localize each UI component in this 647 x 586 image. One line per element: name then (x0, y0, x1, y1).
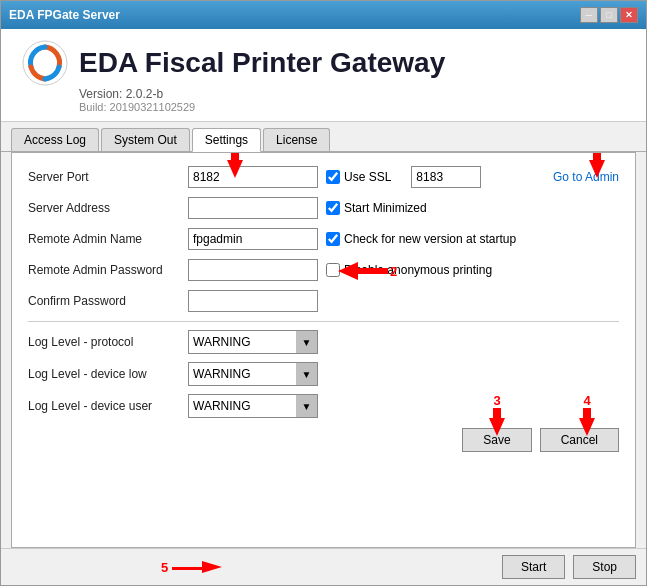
tab-settings[interactable]: Settings (192, 128, 261, 152)
log-protocol-select[interactable]: WARNING DEBUG INFO ERROR (188, 330, 318, 354)
server-address-label: Server Address (28, 201, 188, 215)
check-version-checkbox[interactable] (326, 232, 340, 246)
start-minimized-option: Start Minimized (326, 201, 427, 215)
server-port-label: Server Port (28, 170, 188, 184)
save-button[interactable]: Save (462, 428, 531, 452)
remote-admin-name-label: Remote Admin Name (28, 232, 188, 246)
app-logo (21, 39, 69, 87)
log-device-low-select[interactable]: WARNING DEBUG INFO ERROR (188, 362, 318, 386)
start-minimized-checkbox[interactable] (326, 201, 340, 215)
main-window: EDA FPGate Server ─ □ ✕ EDA Fiscal Print… (0, 0, 647, 586)
build-label: Build: 20190321102529 (79, 101, 195, 113)
remote-admin-name-row: Remote Admin Name Check for new version … (28, 227, 619, 251)
close-button[interactable]: ✕ (620, 7, 638, 23)
confirm-password-row: Confirm Password (28, 289, 619, 313)
divider (28, 321, 619, 322)
settings-content: Server Port Use SSL Go to Admin 1 6 (11, 152, 636, 548)
use-ssl-option: Use SSL (326, 170, 391, 184)
server-port-row: Server Port Use SSL Go to Admin 1 6 (28, 165, 619, 189)
ssl-options: Use SSL (326, 166, 481, 188)
log-device-low-row: Log Level - device low WARNING DEBUG INF… (28, 362, 619, 386)
check-version-label: Check for new version at startup (344, 232, 516, 246)
action-buttons-row: 3 4 Save Cancel (28, 428, 619, 452)
annotation-5: 5 (161, 556, 222, 578)
server-port-input[interactable] (188, 166, 318, 188)
header-area: EDA Fiscal Printer Gateway Version: 2.0.… (1, 29, 646, 122)
disable-anonymous-option: Disable anonymous printing (326, 263, 492, 277)
svg-marker-6 (172, 561, 222, 573)
tab-access-log[interactable]: Access Log (11, 128, 99, 151)
ssl-port-input[interactable] (411, 166, 481, 188)
log-protocol-row: Log Level - protocol WARNING DEBUG INFO … (28, 330, 619, 354)
log-device-user-label: Log Level - device user (28, 399, 188, 413)
use-ssl-checkbox[interactable] (326, 170, 340, 184)
version-label: Version: 2.0.2-b (79, 87, 163, 101)
check-version-option: Check for new version at startup (326, 232, 516, 246)
confirm-password-input[interactable] (188, 290, 318, 312)
start-minimized-label: Start Minimized (344, 201, 427, 215)
log-device-user-select-wrapper: WARNING DEBUG INFO ERROR ▼ (188, 394, 318, 418)
tab-system-out[interactable]: System Out (101, 128, 190, 151)
log-device-user-row: Log Level - device user WARNING DEBUG IN… (28, 394, 619, 418)
maximize-button[interactable]: □ (600, 7, 618, 23)
remote-admin-password-label: Remote Admin Password (28, 263, 188, 277)
title-bar: EDA FPGate Server ─ □ ✕ (1, 1, 646, 29)
remote-admin-password-row: Remote Admin Password 2 Disable anonymou… (28, 258, 619, 282)
minimize-button[interactable]: ─ (580, 7, 598, 23)
disable-anonymous-options: Disable anonymous printing (326, 263, 492, 277)
disable-anonymous-label: Disable anonymous printing (344, 263, 492, 277)
start-minimized-options: Start Minimized (326, 201, 427, 215)
go-to-admin-link[interactable]: Go to Admin (533, 170, 619, 184)
app-title: EDA Fiscal Printer Gateway (79, 47, 445, 79)
window-controls: ─ □ ✕ (580, 7, 638, 23)
check-version-options: Check for new version at startup (326, 232, 516, 246)
window-title: EDA FPGate Server (9, 8, 120, 22)
log-device-user-select[interactable]: WARNING DEBUG INFO ERROR (188, 394, 318, 418)
remote-admin-name-input[interactable] (188, 228, 318, 250)
log-protocol-select-wrapper: WARNING DEBUG INFO ERROR ▼ (188, 330, 318, 354)
log-protocol-label: Log Level - protocol (28, 335, 188, 349)
tabs-bar: Access Log System Out Settings License (1, 122, 646, 152)
logo-row: EDA Fiscal Printer Gateway (21, 39, 445, 87)
log-device-low-select-wrapper: WARNING DEBUG INFO ERROR ▼ (188, 362, 318, 386)
server-address-input[interactable] (188, 197, 318, 219)
stop-button[interactable]: Stop (573, 555, 636, 579)
use-ssl-label: Use SSL (344, 170, 391, 184)
footer-bar: 5 Start Stop (1, 548, 646, 585)
disable-anonymous-checkbox[interactable] (326, 263, 340, 277)
remote-admin-password-input[interactable] (188, 259, 318, 281)
start-button[interactable]: Start (502, 555, 565, 579)
cancel-button[interactable]: Cancel (540, 428, 619, 452)
server-address-row: Server Address Start Minimized (28, 196, 619, 220)
log-device-low-label: Log Level - device low (28, 367, 188, 381)
confirm-password-label: Confirm Password (28, 294, 188, 308)
tab-license[interactable]: License (263, 128, 330, 151)
